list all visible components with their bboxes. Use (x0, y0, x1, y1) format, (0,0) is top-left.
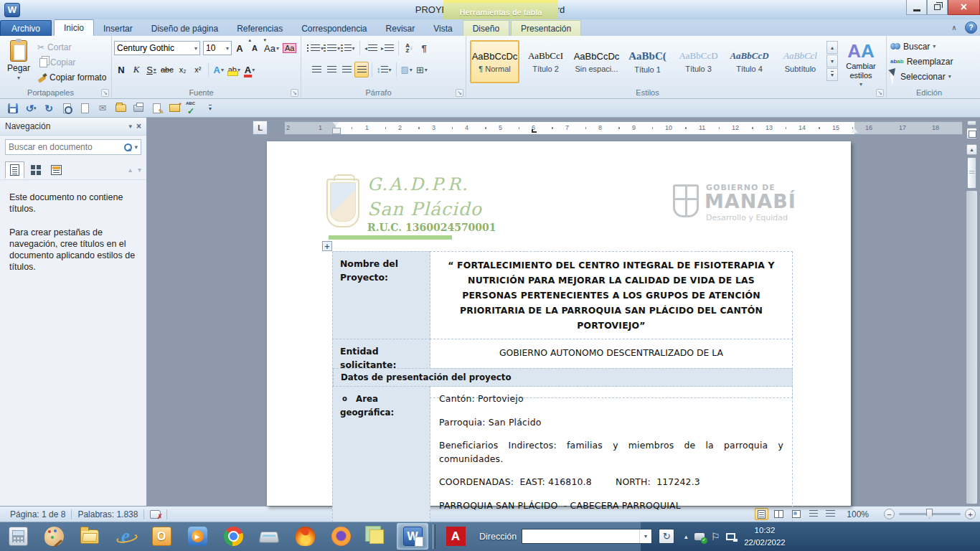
undo-button[interactable]: ↺▾ (23, 100, 39, 116)
close-button[interactable]: × (948, 0, 980, 15)
taskbar-explorer[interactable] (74, 523, 105, 550)
grow-font-button[interactable]: A▴ (232, 40, 247, 56)
usb-tray-icon[interactable] (694, 533, 705, 540)
scrollbar-thumb[interactable] (967, 157, 976, 189)
navigation-options-dropdown[interactable]: ▾ (128, 123, 132, 130)
action-center-flag-icon[interactable]: ⚐ (711, 531, 720, 542)
redo-button[interactable]: ↻ (41, 100, 57, 116)
tab-diseno-pagina[interactable]: Diseño de página (142, 21, 227, 36)
presentation-header-cell[interactable]: Datos de presentación del proyecto (333, 368, 793, 387)
outline-view-button[interactable] (806, 508, 820, 520)
previous-result-button[interactable]: ▴ (128, 166, 132, 174)
paragraph-dialog-launcher[interactable]: ↘ (456, 89, 463, 97)
style-subtitulo[interactable]: AaBbCcl Subtítulo (776, 40, 825, 83)
font-size-combo[interactable]: 10 ▾ (203, 41, 232, 55)
tab-stop-marker[interactable] (532, 129, 537, 133)
borders-button[interactable]: ⊞▾ (415, 62, 429, 77)
clear-formatting-button[interactable]: Aa (281, 40, 298, 56)
taskbar-clock[interactable]: 10:32 22/02/2022 (744, 524, 786, 548)
taskbar-calculator[interactable] (2, 523, 34, 550)
styles-scroll-down-button[interactable]: ▾ (826, 55, 838, 67)
qat-more-button[interactable]: ▾ (202, 100, 218, 116)
styles-scroll-up-button[interactable]: ▴ (826, 41, 838, 54)
tab-correspondencia[interactable]: Correspondencia (292, 21, 376, 36)
shrink-font-button[interactable]: A▾ (248, 40, 262, 56)
tab-insertar[interactable]: Insertar (94, 21, 142, 36)
tab-archivo[interactable]: Archivo (0, 20, 52, 36)
font-family-combo[interactable]: Century Gothic ▾ (114, 41, 200, 55)
address-combo[interactable]: ▾ (522, 529, 652, 544)
navigation-close-button[interactable]: × (136, 121, 141, 131)
taskbar-chrome[interactable] (217, 523, 249, 550)
geographic-area-label-cell[interactable]: o Area geográfica: (332, 386, 430, 529)
copy-button[interactable]: Copiar (35, 55, 108, 70)
print-preview-button[interactable] (59, 100, 75, 116)
draft-view-button[interactable] (824, 508, 837, 520)
font-color-button[interactable]: A▾ (242, 62, 257, 77)
geographic-area-value-cell[interactable]: Cantón: Portoviejo Parroquia: San Plácid… (430, 386, 793, 529)
style-titulo-4[interactable]: AaBbCcD Título 4 (725, 40, 774, 83)
search-input[interactable] (9, 142, 121, 152)
restore-button[interactable] (927, 0, 948, 15)
taskbar-internet-explorer[interactable]: e (110, 523, 141, 550)
styles-dialog-launcher[interactable]: ↘ (876, 89, 884, 97)
format-painter-button[interactable]: Copiar formato (35, 70, 108, 85)
zoom-in-button[interactable]: + (965, 509, 976, 519)
show-hidden-icons-button[interactable]: ▴ (684, 533, 688, 540)
taskbar-scanner[interactable] (253, 523, 285, 550)
spelling-button[interactable]: ABC✓ (184, 100, 200, 116)
edit-document-button[interactable]: ✎ (149, 100, 164, 116)
cut-button[interactable]: ✂ Cortar (35, 40, 108, 55)
styles-more-button[interactable]: ▾ (826, 68, 838, 81)
document-page[interactable]: G.A.D.P.R. San Plácido R.U.C. 1360024570… (267, 141, 851, 506)
find-button[interactable]: Buscar ▾ (889, 39, 969, 54)
font-dialog-launcher[interactable]: ↘ (291, 89, 298, 97)
change-case-button[interactable]: Aa▾ (263, 40, 281, 56)
tab-selector[interactable]: L (253, 121, 268, 135)
browse-headings-tab[interactable] (5, 161, 24, 179)
show-marks-button[interactable]: ¶ (417, 40, 431, 56)
save-button[interactable] (5, 100, 21, 116)
taskbar-nero[interactable] (289, 523, 321, 550)
increase-indent-button[interactable]: ▸ (380, 40, 395, 56)
sort-button[interactable]: AZ ↓ (402, 40, 416, 56)
bold-button[interactable]: N (114, 62, 128, 77)
bullets-button[interactable]: ▾ (309, 40, 325, 56)
zoom-level-indicator[interactable]: 100% (841, 509, 875, 519)
clipboard-dialog-launcher[interactable]: ↘ (101, 89, 109, 97)
browse-pages-tab[interactable] (26, 161, 45, 179)
tab-presentacion-tabla[interactable]: Presentación (511, 20, 581, 36)
project-name-value-cell[interactable]: “ FORTALECIMIENTO DEL CENTRO INTEGRAL DE… (430, 251, 793, 339)
style-titulo-1[interactable]: AaBbC( Título 1 (623, 40, 672, 83)
title-bar[interactable]: W PROYECTO REAL - Microsoft Word Herrami… (0, 0, 980, 19)
ruler-toggle-button[interactable] (966, 128, 977, 139)
replace-button[interactable]: abab Reemplazar (889, 54, 969, 69)
text-effects-button[interactable]: A▾ (212, 62, 226, 77)
open-button[interactable] (113, 100, 128, 116)
scrollbar-track[interactable] (966, 191, 977, 504)
italic-button[interactable]: K (129, 62, 143, 77)
paste-button[interactable]: Pegar ▾ (2, 39, 35, 85)
strikethrough-button[interactable]: abc (159, 62, 175, 77)
attachment-button[interactable]: ✉ (95, 100, 110, 116)
style-titulo-3[interactable]: AaBbCcD Título 3 (674, 40, 723, 83)
minimize-button[interactable] (906, 0, 927, 15)
align-center-button[interactable] (324, 62, 339, 77)
indent-marker-right[interactable] (851, 128, 858, 133)
style-sin-espaciado[interactable]: AaBbCcDc Sin espaci... (572, 40, 621, 83)
address-go-button[interactable]: ↻ (659, 529, 674, 544)
justify-button[interactable] (354, 62, 369, 77)
decrease-indent-button[interactable]: ◂ (363, 40, 379, 56)
help-button[interactable]: ? (965, 22, 977, 34)
taskbar-adobe[interactable]: A (440, 523, 471, 550)
word-count-indicator[interactable]: Palabras: 1.838 (72, 509, 143, 519)
table-move-handle[interactable]: + (322, 241, 332, 251)
next-result-button[interactable]: ▾ (138, 166, 141, 174)
underline-button[interactable]: S▾ (144, 62, 159, 77)
style-titulo-2[interactable]: AaBbCcI Título 2 (521, 40, 570, 83)
taskbar-sticky-notes[interactable] (361, 523, 392, 550)
taskbar-paint[interactable] (38, 523, 70, 550)
zoom-slider-track[interactable] (899, 513, 961, 515)
numbering-button[interactable]: ▾ (326, 40, 341, 56)
superscript-button[interactable]: x² (191, 62, 205, 77)
